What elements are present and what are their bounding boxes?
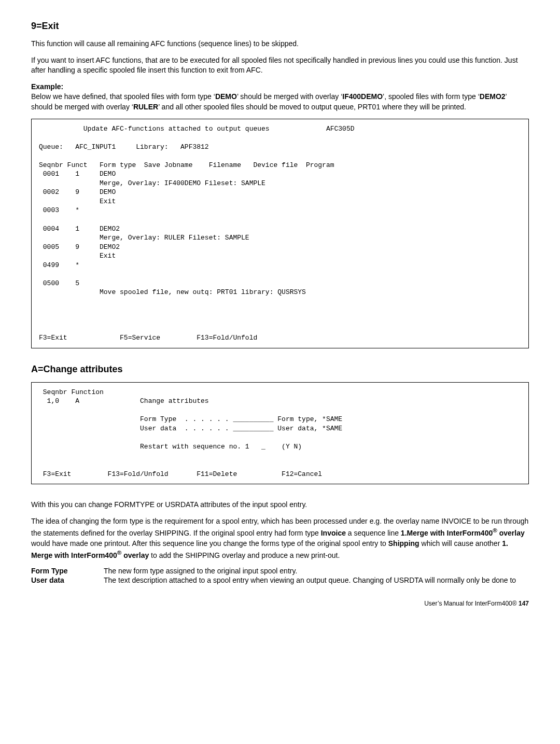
p2-sup2: ® — [117, 549, 122, 556]
def-term-form-type: Form Type — [31, 567, 104, 575]
example-mid2: ’, spooled files with form type ‘ — [383, 92, 480, 101]
section3-p1: With this you can change FORMTYPE or USR… — [31, 500, 529, 510]
p2-b2: 1.Merge with InterForm400 — [401, 529, 493, 537]
example-b2: IF400DEMO — [342, 92, 383, 101]
example-text-pre: Below we have defined, that spooled file… — [31, 92, 215, 101]
footer-page-number: 147 — [519, 600, 529, 607]
p2-b2b: overlay — [497, 529, 525, 537]
page-footer: User’s Manual for InterForm400® 147 — [31, 600, 529, 607]
section-exit-heading: 9=Exit — [31, 21, 529, 32]
section-exit-p2: If you want to insert AFC functions, tha… — [31, 55, 529, 76]
p2-b4b: overlay — [121, 551, 149, 559]
example-b1: DEMO — [215, 92, 237, 101]
p2-mid2: would have made one printout. After this… — [31, 539, 388, 548]
example-paragraph: Example: Below we have defined, that spo… — [31, 82, 529, 113]
def-desc-user-data: The text description attached to a spool… — [104, 576, 529, 584]
definition-list: Form Type The new form type assigned to … — [31, 567, 529, 584]
p2-mid3: which will cause another — [419, 539, 502, 548]
p2-post: to add the SHIPPING overlay and produce … — [149, 551, 340, 559]
example-post: ’ and all other spooled files should be … — [158, 103, 466, 111]
p2-b3: Shipping — [388, 539, 419, 548]
def-desc-form-type: The new form type assigned to the origin… — [104, 567, 529, 575]
def-row-form-type: Form Type The new form type assigned to … — [31, 567, 529, 575]
section3-p2: The idea of changing the form type is th… — [31, 516, 529, 561]
def-term-user-data: User data — [31, 576, 104, 584]
p2-mid1: a sequence line — [346, 529, 401, 537]
codeblock-afc-functions: Update AFC-functions attached to output … — [31, 119, 529, 348]
p2-b1: Invoice — [321, 529, 346, 537]
example-label: Example: — [31, 82, 63, 91]
codeblock-change-attributes: Seqnbr Function 1,0 A Change attributes … — [31, 382, 529, 484]
example-b3: DEMO2 — [480, 92, 506, 101]
example-b4: RULER — [133, 103, 158, 111]
example-mid1: ’ should be merged with overlay ‘ — [237, 92, 342, 101]
def-row-user-data: User data The text description attached … — [31, 576, 529, 584]
section-change-attr-heading: A=Change attributes — [31, 364, 529, 375]
footer-text: User’s Manual for InterForm400® — [424, 600, 519, 607]
section-exit-p1: This function will cause all remaining A… — [31, 39, 529, 49]
p2-sup1: ® — [493, 527, 497, 534]
